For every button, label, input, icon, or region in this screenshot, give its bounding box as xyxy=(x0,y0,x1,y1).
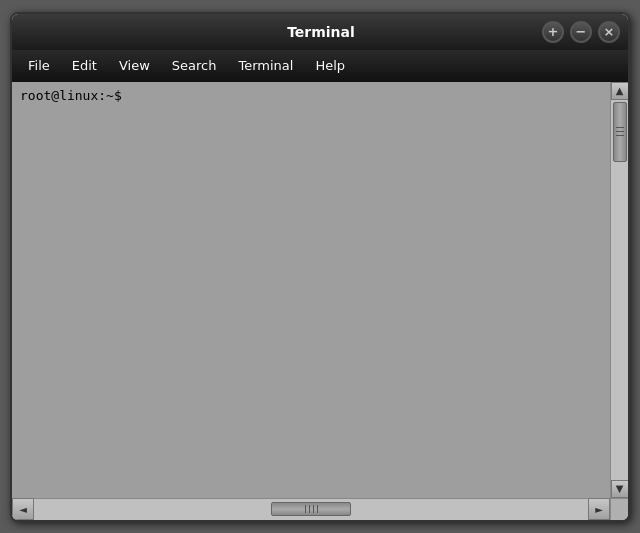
prompt-line: root@linux:~$ xyxy=(20,88,602,103)
terminal-body: root@linux:~$ ▲ ▼ ◄ xyxy=(12,82,628,520)
window-controls: + − × xyxy=(542,21,620,43)
hgrip-line-2 xyxy=(309,505,310,513)
titlebar: Terminal + − × xyxy=(12,14,628,50)
scroll-up-arrow[interactable]: ▲ xyxy=(611,82,629,100)
grip-line-1 xyxy=(616,127,624,128)
menu-search[interactable]: Search xyxy=(162,54,227,77)
scroll-thumb-horizontal[interactable] xyxy=(271,502,351,516)
scroll-track-horizontal[interactable] xyxy=(34,499,588,520)
menu-edit[interactable]: Edit xyxy=(62,54,107,77)
menu-view[interactable]: View xyxy=(109,54,160,77)
terminal-content-wrapper: root@linux:~$ ▲ ▼ xyxy=(12,82,628,498)
scroll-track-vertical[interactable] xyxy=(611,100,628,480)
horizontal-scrollbar: ◄ ► xyxy=(12,498,628,520)
hgrip-line-4 xyxy=(317,505,318,513)
window-title: Terminal xyxy=(100,24,542,40)
minimize-button[interactable]: − xyxy=(570,21,592,43)
menu-file[interactable]: File xyxy=(18,54,60,77)
grip-line-3 xyxy=(616,135,624,136)
scroll-thumb-grip xyxy=(616,127,624,136)
scroll-right-arrow[interactable]: ► xyxy=(588,498,610,520)
close-button[interactable]: × xyxy=(598,21,620,43)
scroll-left-arrow[interactable]: ◄ xyxy=(12,498,34,520)
menu-help[interactable]: Help xyxy=(305,54,355,77)
hgrip-line-3 xyxy=(313,505,314,513)
terminal-content[interactable]: root@linux:~$ xyxy=(12,82,610,498)
hgrip-line-1 xyxy=(305,505,306,513)
menu-terminal[interactable]: Terminal xyxy=(228,54,303,77)
scroll-thumb-vertical[interactable] xyxy=(613,102,627,162)
scrollbar-corner xyxy=(610,498,628,520)
grip-line-2 xyxy=(616,131,624,132)
scroll-down-arrow[interactable]: ▼ xyxy=(611,480,629,498)
terminal-window: Terminal + − × File Edit View Search Ter… xyxy=(10,12,630,522)
menubar: File Edit View Search Terminal Help xyxy=(12,50,628,82)
vertical-scrollbar: ▲ ▼ xyxy=(610,82,628,498)
add-tab-button[interactable]: + xyxy=(542,21,564,43)
